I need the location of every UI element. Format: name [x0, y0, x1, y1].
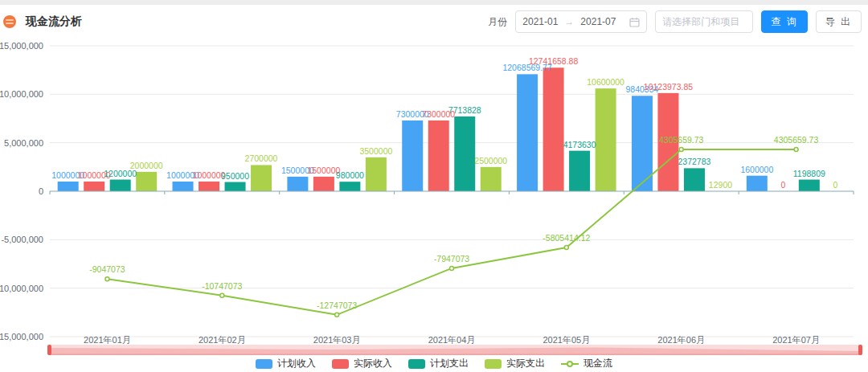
header-left: 现金流分析	[3, 14, 82, 29]
date-range-picker[interactable]: 2021-01 → 2021-07	[515, 10, 647, 33]
x-axis	[50, 191, 854, 194]
svg-text:4305659.73: 4305659.73	[659, 135, 704, 145]
svg-text:2372783: 2372783	[678, 157, 711, 166]
legend-label: 现金流	[583, 357, 612, 370]
legend-swatch	[485, 359, 502, 369]
svg-text:12741658.88: 12741658.88	[529, 56, 578, 66]
money-icon	[3, 15, 16, 28]
svg-text:1600000: 1600000	[740, 165, 773, 174]
date-arrow-icon: →	[564, 16, 574, 27]
svg-text:10600000: 10600000	[587, 77, 624, 87]
svg-text:-9047073: -9047073	[89, 264, 125, 274]
svg-text:-10747073: -10747073	[202, 281, 242, 291]
svg-text:7713828: 7713828	[448, 105, 481, 115]
svg-text:2021年07月: 2021年07月	[772, 335, 820, 345]
svg-text:4305659.73: 4305659.73	[774, 135, 819, 145]
svg-text:4173630: 4173630	[563, 140, 596, 149]
datazoom-handle-right[interactable]	[858, 345, 862, 355]
legend-label: 实际收入	[354, 357, 392, 370]
legend-swatch	[332, 359, 349, 369]
svg-text:-7947073: -7947073	[434, 254, 470, 264]
svg-text:980000: 980000	[336, 170, 364, 180]
svg-text:15,000,000: 15,000,000	[0, 41, 43, 51]
svg-text:0: 0	[39, 186, 43, 196]
legend-label: 计划收入	[277, 357, 316, 370]
svg-text:2021年02月: 2021年02月	[199, 335, 246, 345]
svg-text:1198809: 1198809	[793, 169, 825, 178]
legend-item-实际支出[interactable]: 实际支出	[485, 357, 545, 370]
svg-text:0: 0	[780, 180, 785, 190]
svg-text:2700000: 2700000	[245, 153, 278, 163]
svg-text:2021年01月: 2021年01月	[84, 335, 131, 345]
header: 现金流分析 月份 2021-01 → 2021-07 查 询 导 出	[0, 5, 868, 39]
cashflow-chart: 15,000,00010,000,0005,000,0000-5,000,000…	[0, 37, 868, 346]
datazoom-slider[interactable]	[48, 345, 862, 355]
legend-label: 实际支出	[506, 357, 545, 370]
department-project-input[interactable]	[655, 10, 753, 33]
legend-item-计划支出[interactable]: 计划支出	[408, 357, 469, 370]
datazoom-shadow	[48, 345, 862, 355]
y-axis-labels: 15,000,00010,000,0005,000,0000-5,000,000…	[0, 41, 43, 341]
page-title: 现金流分析	[26, 14, 82, 29]
svg-text:2500000: 2500000	[474, 156, 507, 166]
export-button[interactable]: 导 出	[816, 10, 862, 33]
svg-text:-12747073: -12747073	[317, 300, 357, 310]
svg-text:5,000,000: 5,000,000	[4, 138, 43, 148]
svg-text:2021年05月: 2021年05月	[542, 335, 590, 345]
legend-swatch	[256, 359, 272, 369]
svg-text:-10,000,000: -10,000,000	[0, 284, 43, 293]
date-start[interactable]: 2021-01	[522, 16, 558, 27]
date-end[interactable]: 2021-07	[580, 16, 616, 27]
query-button[interactable]: 查 询	[761, 10, 807, 33]
datazoom-handle-left[interactable]	[47, 345, 51, 355]
svg-text:3500000: 3500000	[359, 146, 392, 156]
svg-text:2021年04月: 2021年04月	[428, 335, 476, 345]
svg-text:10,000,000: 10,000,000	[0, 89, 43, 99]
svg-text:2000000: 2000000	[130, 161, 163, 170]
header-controls: 月份 2021-01 → 2021-07 查 询 导 出	[488, 10, 862, 33]
svg-text:-15,000,000: -15,000,000	[0, 332, 43, 341]
cashflow-analysis-page: 现金流分析 月份 2021-01 → 2021-07 查 询 导 出 15,00…	[0, 0, 868, 372]
svg-text:12900: 12900	[709, 180, 732, 190]
legend-label: 计划支出	[430, 357, 469, 370]
legend-swatch	[408, 359, 425, 369]
month-label: 月份	[488, 15, 507, 29]
svg-text:2021年03月: 2021年03月	[313, 335, 361, 345]
calendar-icon	[629, 17, 640, 27]
svg-text:950000: 950000	[221, 171, 249, 181]
legend-item-计划收入[interactable]: 计划收入	[256, 357, 316, 370]
svg-text:2021年06月: 2021年06月	[657, 335, 705, 345]
legend-line-marker-icon	[561, 359, 579, 369]
svg-text:10123973.85: 10123973.85	[644, 82, 693, 92]
svg-text:-5805414.12: -5805414.12	[542, 233, 590, 243]
legend-item-现金流[interactable]: 现金流	[561, 357, 612, 370]
legend-item-实际收入[interactable]: 实际收入	[332, 357, 392, 370]
svg-text:-5,000,000: -5,000,000	[1, 235, 43, 244]
svg-text:0: 0	[833, 180, 837, 190]
chart-legend: 计划收入实际收入计划支出实际支出现金流	[0, 357, 868, 370]
